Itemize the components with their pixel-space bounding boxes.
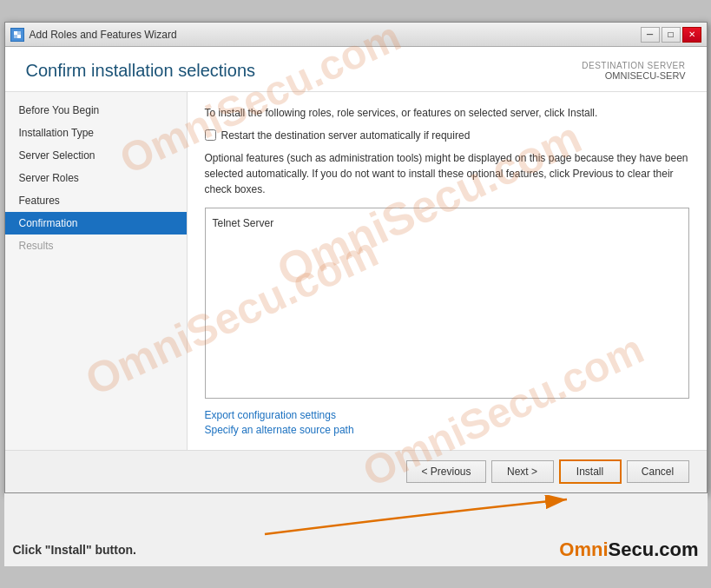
sidebar-item-confirmation[interactable]: Confirmation: [5, 212, 187, 235]
feature-box: Telnet Server: [205, 208, 689, 399]
main-panel: To install the following roles, role ser…: [188, 92, 707, 450]
optional-text: Optional features (such as administratio…: [205, 150, 689, 197]
maximize-button[interactable]: □: [662, 27, 681, 43]
alternate-source-link[interactable]: Specify an alternate source path: [205, 424, 689, 436]
svg-rect-1: [17, 35, 21, 38]
sidebar: Before You Begin Installation Type Serve…: [5, 92, 188, 450]
omnisecu-brand: OmniSecu.com: [559, 538, 698, 561]
body-layout: Before You Begin Installation Type Serve…: [5, 92, 707, 450]
sidebar-item-features[interactable]: Features: [5, 189, 187, 212]
destination-server-name: OMNISECU-SERV: [582, 70, 685, 81]
window-icon: [10, 28, 24, 42]
wizard-window: Add Roles and Features Wizard ─ □ ✕ Conf…: [4, 22, 708, 493]
next-button[interactable]: Next >: [491, 460, 554, 483]
svg-rect-2: [14, 35, 17, 38]
annotation-arrow: [4, 495, 708, 538]
window-controls: ─ □ ✕: [641, 27, 701, 43]
title-bar: Add Roles and Features Wizard ─ □ ✕: [5, 23, 707, 47]
content-area: Confirm installation selections DESTINAT…: [5, 47, 707, 492]
sidebar-item-installation-type[interactable]: Installation Type: [5, 122, 187, 144]
destination-server-info: DESTINATION SERVER OMNISECU-SERV: [582, 61, 685, 81]
svg-rect-3: [17, 31, 21, 35]
click-instruction: Click "Install" button.: [13, 543, 136, 557]
export-config-link[interactable]: Export configuration settings: [205, 409, 689, 421]
sidebar-item-server-selection[interactable]: Server Selection: [5, 144, 187, 167]
previous-button[interactable]: < Previous: [406, 460, 485, 483]
footer: < Previous Next > Install Cancel: [5, 450, 707, 492]
sidebar-item-before-you-begin[interactable]: Before You Begin: [5, 99, 187, 122]
link-row: Export configuration settings Specify an…: [205, 409, 689, 436]
close-button[interactable]: ✕: [682, 27, 701, 43]
feature-item-telnet: Telnet Server: [213, 215, 681, 231]
restart-label: Restart the destination server automatic…: [221, 129, 471, 142]
sidebar-item-server-roles[interactable]: Server Roles: [5, 167, 187, 189]
page-title: Confirm installation selections: [26, 61, 256, 81]
restart-checkbox[interactable]: [205, 129, 216, 141]
sidebar-item-results[interactable]: Results: [5, 235, 187, 257]
restart-checkbox-row: Restart the destination server automatic…: [205, 129, 689, 142]
window-title: Add Roles and Features Wizard: [30, 29, 177, 41]
minimize-button[interactable]: ─: [641, 27, 660, 43]
svg-rect-0: [14, 31, 17, 35]
instruction-text: To install the following roles, role ser…: [205, 106, 689, 121]
destination-label: DESTINATION SERVER: [582, 61, 685, 70]
header-area: Confirm installation selections DESTINAT…: [5, 47, 707, 92]
cancel-button[interactable]: Cancel: [627, 460, 689, 483]
install-button[interactable]: Install: [559, 459, 622, 484]
